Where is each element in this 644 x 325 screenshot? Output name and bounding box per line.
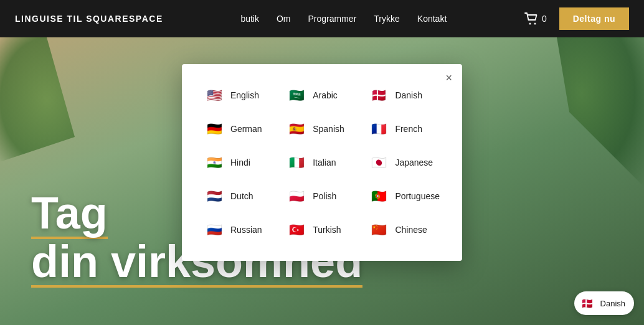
lang-item-chinese[interactable]: 🇨🇳Chinese <box>365 217 443 242</box>
flag-danish: 🇩🇰 <box>369 85 389 105</box>
lang-item-hindi[interactable]: 🇮🇳Hindi <box>201 150 277 175</box>
lang-label-japanese: Japanese <box>395 158 433 167</box>
language-grid: 🇺🇸English🇸🇦Arabic🇩🇰Danish🇩🇪German🇪🇸Spani… <box>201 83 443 242</box>
lang-label-arabic: Arabic <box>313 90 338 100</box>
nav-link-kontakt[interactable]: Kontakt <box>417 14 447 24</box>
nav-right: 0 Deltag nu <box>524 7 629 30</box>
flag-french: 🇫🇷 <box>369 119 389 139</box>
lang-item-spanish[interactable]: 🇪🇸Spanish <box>283 116 359 141</box>
flag-portuguese: 🇵🇹 <box>369 186 389 206</box>
lang-item-polish[interactable]: 🇵🇱Polish <box>283 184 359 209</box>
lang-label-german: German <box>230 124 262 134</box>
svg-point-0 <box>529 23 531 25</box>
lang-item-turkish[interactable]: 🇹🇷Turkish <box>283 217 359 242</box>
lang-label-dutch: Dutch <box>230 191 253 201</box>
lang-item-english[interactable]: 🇺🇸English <box>201 83 277 108</box>
nav-link-programmer[interactable]: Programmer <box>308 14 357 24</box>
language-modal: × 🇺🇸English🇸🇦Arabic🇩🇰Danish🇩🇪German🇪🇸Spa… <box>182 64 462 261</box>
hero-line1: Tag <box>31 191 108 239</box>
lang-label-portuguese: Portuguese <box>395 191 440 201</box>
deltag-button[interactable]: Deltag nu <box>559 7 629 30</box>
lang-item-italian[interactable]: 🇮🇹Italian <box>283 150 359 175</box>
lang-item-arabic[interactable]: 🇸🇦Arabic <box>283 83 359 108</box>
flag-german: 🇩🇪 <box>204 119 224 139</box>
lang-item-portuguese[interactable]: 🇵🇹Portuguese <box>365 184 443 209</box>
lang-item-japanese[interactable]: 🇯🇵Japanese <box>365 150 443 175</box>
nav-logo: LINGUISE TIL SQUARESPACE <box>15 14 163 24</box>
danish-badge-label: Danish <box>600 299 625 308</box>
flag-polish: 🇵🇱 <box>286 186 306 206</box>
flag-russian: 🇷🇺 <box>204 220 224 240</box>
lang-label-hindi: Hindi <box>230 158 250 167</box>
lang-label-turkish: Turkish <box>313 225 341 235</box>
lang-label-chinese: Chinese <box>395 225 427 235</box>
navbar: LINGUISE TIL SQUARESPACE butik Om Progra… <box>0 0 644 37</box>
lang-label-english: English <box>230 90 259 100</box>
flag-chinese: 🇨🇳 <box>369 220 389 240</box>
lang-label-spanish: Spanish <box>313 124 344 134</box>
lang-item-french[interactable]: 🇫🇷French <box>365 116 443 141</box>
flag-hindi: 🇮🇳 <box>204 153 224 172</box>
danish-badge-flag: 🇩🇰 <box>579 295 595 311</box>
nav-link-om[interactable]: Om <box>277 14 291 24</box>
lang-label-russian: Russian <box>230 225 262 235</box>
cart-button[interactable]: 0 <box>524 12 547 25</box>
flag-italian: 🇮🇹 <box>286 153 306 172</box>
flag-spanish: 🇪🇸 <box>286 119 306 139</box>
modal-close-button[interactable]: × <box>445 72 452 85</box>
nav-link-trykke[interactable]: Trykke <box>374 14 399 24</box>
flag-english: 🇺🇸 <box>204 85 224 105</box>
svg-point-1 <box>534 23 536 25</box>
lang-label-polish: Polish <box>313 191 336 201</box>
lang-label-danish: Danish <box>395 90 422 100</box>
flag-japanese: 🇯🇵 <box>369 153 389 172</box>
flag-arabic: 🇸🇦 <box>286 85 306 105</box>
nav-link-butik[interactable]: butik <box>240 14 259 24</box>
danish-badge[interactable]: 🇩🇰 Danish <box>574 291 634 315</box>
nav-links: butik Om Programmer Trykke Kontakt <box>240 14 447 24</box>
lang-item-dutch[interactable]: 🇳🇱Dutch <box>201 184 277 209</box>
cart-count: 0 <box>542 14 547 24</box>
lang-item-danish[interactable]: 🇩🇰Danish <box>365 83 443 108</box>
flag-turkish: 🇹🇷 <box>286 220 306 240</box>
flag-dutch: 🇳🇱 <box>204 186 224 206</box>
lang-label-french: French <box>395 124 422 134</box>
lang-item-russian[interactable]: 🇷🇺Russian <box>201 217 277 242</box>
lang-item-german[interactable]: 🇩🇪German <box>201 116 277 141</box>
lang-label-italian: Italian <box>313 158 336 167</box>
